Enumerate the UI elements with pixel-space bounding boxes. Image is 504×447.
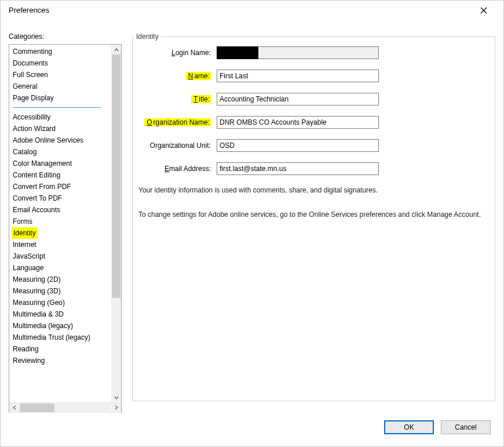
category-item-accessibility[interactable]: Accessibility (12, 111, 111, 123)
category-item-email-accounts[interactable]: Email Accounts (12, 204, 111, 216)
category-item-language[interactable]: Language (12, 262, 111, 274)
identity-legend: Identity (134, 32, 161, 41)
category-item-documents[interactable]: Documents (12, 57, 111, 69)
category-item-multimedia-legacy[interactable]: Multimedia (legacy) (12, 320, 111, 332)
categories-column: Categories: Commenting Documents Full Sc… (9, 32, 122, 413)
category-item-javascript[interactable]: JavaScript (12, 250, 111, 262)
identity-info-1: Your identity information is used with c… (138, 186, 489, 195)
scroll-right-arrow[interactable] (111, 403, 121, 413)
email-address-input[interactable] (217, 162, 379, 175)
category-item-action-wizard[interactable]: Action Wizard (12, 123, 111, 135)
category-item-adobe-online-services[interactable]: Adobe Online Services (12, 135, 111, 146)
category-item-color-management[interactable]: Color Management (12, 158, 111, 169)
hscroll-thumb[interactable] (20, 404, 54, 412)
chevron-left-icon (12, 405, 17, 410)
identity-fieldset: Identity Login Name: Name: Title: (132, 32, 495, 401)
category-item-multimedia-trust-legacy[interactable]: Multimedia Trust (legacy) (12, 332, 111, 343)
ok-button[interactable]: OK (384, 420, 434, 434)
category-item-identity[interactable]: Identity (12, 227, 38, 239)
category-item-internet[interactable]: Internet (12, 239, 111, 250)
hscroll-track[interactable] (20, 403, 111, 413)
categories-listbox[interactable]: Commenting Documents Full Screen General… (9, 44, 122, 413)
row-organizational-unit: Organizational Unit: (138, 139, 489, 152)
title-label: Title: (138, 95, 217, 103)
categories-horizontal-scrollbar[interactable] (9, 402, 121, 412)
category-item-commenting[interactable]: Commenting (12, 46, 111, 57)
scroll-up-arrow[interactable] (111, 45, 121, 54)
category-item-measuring-2d[interactable]: Measuring (2D) (12, 274, 111, 285)
chevron-up-icon (114, 48, 119, 52)
window-title: Preferences (9, 6, 49, 14)
content: Categories: Commenting Documents Full Sc… (1, 20, 503, 446)
title-input[interactable] (217, 93, 379, 106)
category-item-content-editing[interactable]: Content Editing (12, 169, 111, 181)
category-item-measuring-3d[interactable]: Measuring (3D) (12, 285, 111, 297)
titlebar: Preferences (1, 1, 503, 20)
dialog-button-row: OK Cancel (9, 413, 495, 442)
identity-info-text: Your identity information is used with c… (138, 186, 489, 219)
login-name-redacted (217, 46, 258, 59)
row-email-address: Email Address: (138, 162, 489, 175)
row-title: Title: (138, 93, 489, 106)
name-input[interactable] (217, 70, 379, 82)
close-icon (480, 7, 487, 14)
scroll-left-arrow[interactable] (9, 403, 19, 413)
category-item-reviewing[interactable]: Reviewing (12, 355, 111, 366)
cancel-button[interactable]: Cancel (441, 420, 491, 434)
chevron-down-icon (114, 395, 119, 400)
name-label: Name: (138, 72, 217, 80)
categories-vertical-scrollbar[interactable] (111, 45, 121, 402)
organization-name-input[interactable] (217, 116, 379, 129)
category-item-reading[interactable]: Reading (12, 343, 111, 355)
category-item-measuring-geo[interactable]: Measuring (Geo) (12, 297, 111, 308)
close-button[interactable] (472, 2, 495, 19)
category-item-convert-from-pdf[interactable]: Convert From PDF (12, 181, 111, 192)
category-item-forms[interactable]: Forms (12, 216, 111, 227)
row-login-name: Login Name: (138, 46, 489, 59)
categories-label: Categories: (9, 32, 122, 41)
category-separator (13, 107, 101, 108)
identity-info-2: To change settings for Adobe online serv… (138, 210, 489, 219)
identity-panel-column: Identity Login Name: Name: Title: (132, 32, 495, 413)
organizational-unit-label: Organizational Unit: (138, 141, 217, 150)
category-item-page-display[interactable]: Page Display (12, 92, 111, 104)
scroll-thumb[interactable] (112, 54, 120, 298)
category-item-multimedia-3d[interactable]: Multimedia & 3D (12, 308, 111, 320)
category-item-identity-row: Identity (12, 227, 111, 239)
preferences-dialog: Preferences Categories: Commenting Docum… (0, 0, 504, 447)
chevron-right-icon (114, 405, 119, 410)
login-name-field (258, 46, 379, 59)
login-name-label: Login Name: (138, 49, 217, 57)
category-item-convert-to-pdf[interactable]: Convert To PDF (12, 192, 111, 204)
scroll-down-arrow[interactable] (111, 393, 121, 402)
category-item-full-screen[interactable]: Full Screen (12, 69, 111, 81)
organization-name-label: Organization Name: (138, 118, 217, 126)
row-organization-name: Organization Name: (138, 116, 489, 129)
category-items: Commenting Documents Full Screen General… (9, 45, 111, 402)
organizational-unit-input[interactable] (217, 139, 379, 152)
scroll-track[interactable] (111, 54, 121, 393)
category-item-catalog[interactable]: Catalog (12, 146, 111, 158)
category-item-general[interactable]: General (12, 81, 111, 92)
row-name: Name: (138, 70, 489, 82)
email-address-label: Email Address: (138, 165, 217, 173)
